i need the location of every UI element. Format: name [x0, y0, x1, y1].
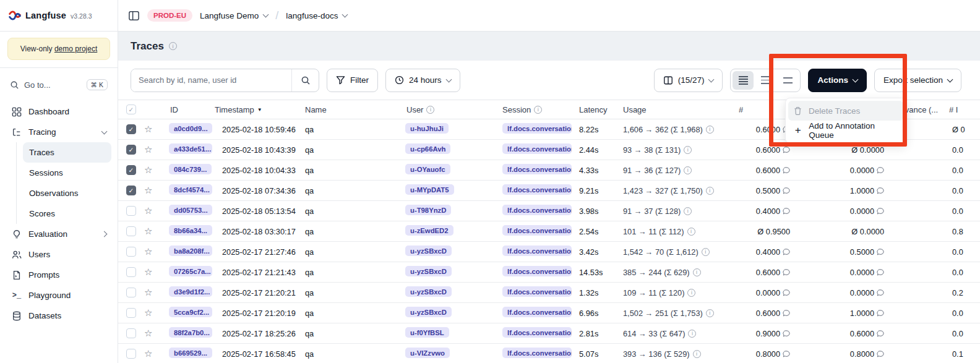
- row-checkbox[interactable]: ✓: [126, 124, 136, 134]
- sidebar-item-scores[interactable]: Scores: [23, 203, 111, 224]
- menu-item-add-to-annotation-queue[interactable]: + Add to Annotation Queue: [788, 121, 903, 140]
- sidebar-item-observations[interactable]: Observations: [23, 183, 111, 203]
- row-checkbox[interactable]: [126, 328, 136, 338]
- sidebar-item-playground[interactable]: >_ Playground: [6, 285, 111, 305]
- session-badge[interactable]: lf.docs.conversation...: [502, 307, 572, 317]
- org-selector[interactable]: Langfuse Demo: [200, 11, 268, 20]
- row-checkbox[interactable]: [126, 288, 136, 297]
- user-badge[interactable]: u-T98YnzD: [405, 205, 451, 215]
- session-badge[interactable]: lf.docs.conversation...: [502, 246, 572, 256]
- user-badge[interactable]: u-cp66Avh: [405, 143, 450, 154]
- column-header-latency[interactable]: Latency: [574, 105, 617, 114]
- star-icon[interactable]: ☆: [144, 226, 152, 236]
- user-badge[interactable]: u-zEwdED2: [405, 225, 453, 236]
- star-icon[interactable]: ☆: [144, 328, 152, 338]
- row-height-medium-button[interactable]: [755, 71, 776, 90]
- trace-id-badge[interactable]: ba8a208f...: [169, 246, 212, 256]
- table-row[interactable]: ☆ ba8a208f... 2025-02-17 21:27:46 qa u-y…: [118, 242, 980, 262]
- menu-item-delete-traces[interactable]: Delete Traces: [788, 101, 903, 121]
- session-badge[interactable]: lf.docs.conversation...: [502, 225, 572, 236]
- row-checkbox[interactable]: ✓: [126, 186, 136, 195]
- time-range-button[interactable]: 24 hours: [385, 69, 460, 92]
- user-badge[interactable]: u-MYpDAT5: [405, 184, 454, 195]
- row-checkbox[interactable]: [126, 206, 136, 216]
- demo-project-link[interactable]: demo project: [54, 45, 97, 53]
- trace-id-badge[interactable]: 084c739...: [169, 164, 212, 174]
- table-row[interactable]: ☆ dd05753... 2025-02-18 05:13:54 qa u-T9…: [118, 201, 980, 221]
- star-icon[interactable]: ☆: [144, 185, 152, 195]
- user-badge[interactable]: u-yzSBxcD: [405, 266, 452, 276]
- row-height-large-button[interactable]: [777, 71, 798, 90]
- goto-search[interactable]: Go to... ⌘ K: [6, 75, 111, 94]
- sidebar-item-evaluation[interactable]: Evaluation: [6, 224, 111, 244]
- trace-id-badge[interactable]: d3e9d1f2...: [169, 286, 212, 297]
- user-badge[interactable]: u-f0YfBSL: [405, 327, 449, 338]
- table-row[interactable]: ☆ b669529... 2025-02-17 16:58:45 qa u-VI…: [118, 344, 980, 363]
- star-icon[interactable]: ☆: [144, 267, 152, 277]
- session-badge[interactable]: lf.docs.conversation...: [502, 143, 572, 154]
- session-badge[interactable]: lf.docs.conversation...: [502, 327, 572, 338]
- environment-badge[interactable]: PROD-EU: [147, 9, 192, 22]
- search-input[interactable]: [131, 69, 291, 92]
- select-all-checkbox[interactable]: ✓: [126, 105, 136, 114]
- columns-button[interactable]: (15/27): [654, 69, 723, 92]
- row-checkbox[interactable]: ✓: [126, 145, 136, 155]
- user-badge[interactable]: u-yzSBxcD: [405, 307, 452, 317]
- trace-id-badge[interactable]: 88f2a7b0...: [169, 327, 212, 338]
- row-checkbox[interactable]: [126, 226, 136, 236]
- trace-id-badge[interactable]: 07265c7a...: [169, 266, 212, 276]
- column-header-session[interactable]: Sessioni: [496, 105, 574, 114]
- row-height-small-button[interactable]: [733, 71, 754, 90]
- row-checkbox[interactable]: [126, 308, 136, 318]
- sidebar-item-users[interactable]: Users: [6, 244, 111, 265]
- table-row[interactable]: ✓ ☆ 084c739... 2025-02-18 10:04:33 qa u-…: [118, 160, 980, 181]
- trace-id-badge[interactable]: 8b66a34...: [169, 225, 212, 236]
- filter-button[interactable]: Filter: [327, 69, 378, 92]
- sidebar-item-prompts[interactable]: Prompts: [6, 265, 111, 285]
- session-badge[interactable]: lf.docs.conversation...: [502, 205, 572, 215]
- search-icon[interactable]: [291, 69, 319, 92]
- table-row[interactable]: ✓ ☆ 8dcf4574... 2025-02-18 07:34:36 qa u…: [118, 181, 980, 201]
- session-badge[interactable]: lf.docs.conversation...: [502, 286, 572, 297]
- star-icon[interactable]: ☆: [144, 164, 152, 175]
- session-badge[interactable]: lf.docs.conversation...: [502, 164, 572, 174]
- session-badge[interactable]: lf.docs.conversation...: [502, 348, 572, 358]
- star-icon[interactable]: ☆: [144, 348, 152, 359]
- row-checkbox[interactable]: [126, 349, 136, 359]
- star-icon[interactable]: ☆: [144, 124, 152, 134]
- column-header-last[interactable]: # I: [948, 105, 980, 114]
- star-icon[interactable]: ☆: [144, 307, 152, 318]
- user-badge[interactable]: u-huJhuJi: [405, 123, 449, 134]
- export-selection-button[interactable]: Export selection: [874, 69, 961, 92]
- star-icon[interactable]: ☆: [144, 246, 152, 257]
- column-header-timestamp[interactable]: Timestamp▼: [215, 105, 298, 114]
- user-badge[interactable]: u-OYauofc: [405, 164, 450, 174]
- session-badge[interactable]: lf.docs.conversation...: [502, 123, 572, 134]
- table-row[interactable]: ☆ d3e9d1f2... 2025-02-17 21:20:21 qa u-y…: [118, 283, 980, 303]
- user-badge[interactable]: u-yzSBxcD: [405, 246, 452, 256]
- user-badge[interactable]: u-VIZzvwo: [405, 348, 450, 358]
- column-header-usage[interactable]: Usage: [617, 105, 731, 114]
- trace-id-badge[interactable]: dd05753...: [169, 205, 212, 215]
- column-header-user[interactable]: Useri: [399, 105, 496, 114]
- session-badge[interactable]: lf.docs.conversation...: [502, 184, 572, 195]
- table-row[interactable]: ☆ 07265c7a... 2025-02-17 21:21:43 qa u-y…: [118, 262, 980, 283]
- session-badge[interactable]: lf.docs.conversation...: [502, 266, 572, 276]
- trace-id-badge[interactable]: 8dcf4574...: [169, 184, 212, 195]
- trace-id-badge[interactable]: 5cca9cf2...: [169, 307, 212, 317]
- trace-id-badge[interactable]: a433de51...: [169, 143, 212, 154]
- sidebar-item-tracing[interactable]: Tracing: [6, 122, 111, 142]
- star-icon[interactable]: ☆: [144, 205, 152, 216]
- table-row[interactable]: ☆ 88f2a7b0... 2025-02-17 18:25:26 qa u-f…: [118, 323, 980, 344]
- column-header-id[interactable]: ID: [163, 105, 215, 114]
- user-badge[interactable]: u-yzSBxcD: [405, 286, 452, 297]
- row-checkbox[interactable]: [126, 247, 136, 257]
- sidebar-item-dashboard[interactable]: Dashboard: [6, 101, 111, 122]
- sidebar-item-traces[interactable]: Traces: [23, 142, 111, 163]
- star-icon[interactable]: ☆: [144, 144, 152, 155]
- table-row[interactable]: ☆ 5cca9cf2... 2025-02-17 21:20:19 qa u-y…: [118, 303, 980, 323]
- trace-id-badge[interactable]: a0cd0d9...: [169, 123, 212, 134]
- sidebar-item-datasets[interactable]: Datasets: [6, 305, 111, 326]
- panel-left-icon[interactable]: [128, 10, 140, 22]
- row-checkbox[interactable]: [126, 267, 136, 277]
